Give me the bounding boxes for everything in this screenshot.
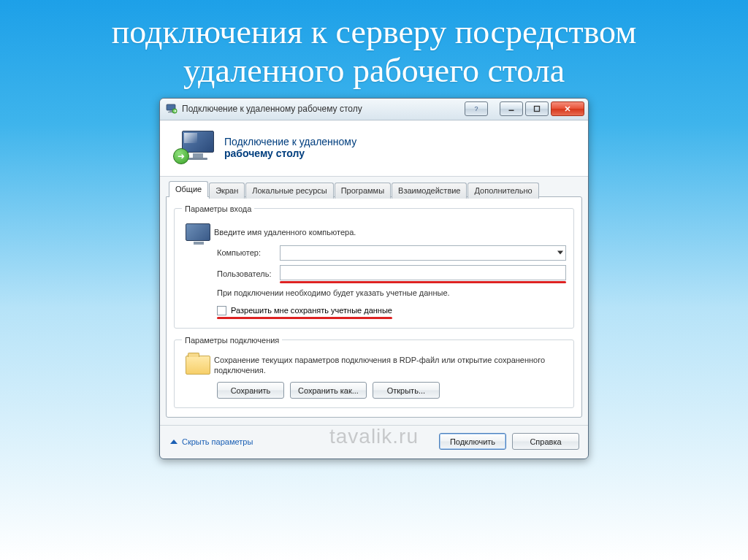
annotation-underline-user <box>280 281 566 283</box>
hide-options-label: Скрыть параметры <box>182 437 253 446</box>
window-title: Подключение к удаленному рабочему столу <box>182 104 465 114</box>
svg-rect-5 <box>509 110 514 112</box>
connection-settings-group: Параметры подключения Сохранение текущих… <box>174 336 574 409</box>
folder-icon <box>182 356 214 375</box>
dialog-footer: Скрыть параметры Подключить Справка <box>160 425 588 459</box>
header-line1: Подключение к удаленному <box>224 136 356 147</box>
minimize-button[interactable] <box>500 101 523 116</box>
tab-panel-general: Параметры входа Введите имя удаленного к… <box>166 196 582 418</box>
connect-button[interactable]: Подключить <box>439 433 506 450</box>
credentials-note: При подключении необходимо будет указать… <box>182 288 566 299</box>
tab-experience[interactable]: Взаимодействие <box>392 183 467 199</box>
hide-options-link[interactable]: Скрыть параметры <box>170 437 253 446</box>
save-button[interactable]: Сохранить <box>217 382 284 399</box>
svg-rect-6 <box>535 107 540 112</box>
connection-settings-note: Сохранение текущих параметров подключени… <box>214 355 566 377</box>
rdp-icon <box>166 103 178 115</box>
chevron-down-icon[interactable] <box>557 251 563 255</box>
tab-general[interactable]: Общие <box>169 181 208 197</box>
tab-local-resources[interactable]: Локальные ресурсы <box>245 183 333 199</box>
computer-input[interactable] <box>280 245 566 261</box>
logon-prompt: Введите имя удаленного компьютера. <box>214 228 566 237</box>
user-label: Пользователь: <box>214 269 280 278</box>
tab-programs[interactable]: Программы <box>335 183 391 199</box>
svg-text:?: ? <box>474 105 478 112</box>
help-button[interactable]: ? <box>465 101 488 116</box>
dialog-header: ➜ Подключение к удаленному рабочему стол… <box>160 120 588 177</box>
remote-desktop-icon: ➜ <box>173 131 214 164</box>
annotation-underline-checkbox <box>217 317 392 319</box>
logon-settings-legend: Параметры входа <box>182 204 254 213</box>
svg-rect-1 <box>169 110 172 112</box>
open-button[interactable]: Открыть... <box>373 382 440 399</box>
titlebar[interactable]: Подключение к удаленному рабочему столу … <box>160 99 588 120</box>
save-credentials-label: Разрешить мне сохранять учетные данные <box>231 306 392 315</box>
computer-icon <box>182 223 214 241</box>
slide-title: подключения к серверу посредством удален… <box>0 0 748 95</box>
tab-display[interactable]: Экран <box>209 183 245 199</box>
tab-advanced[interactable]: Дополнительно <box>468 183 538 199</box>
computer-label: Компьютер: <box>214 248 280 257</box>
chevron-up-icon <box>170 440 178 444</box>
header-line2: рабочему столу <box>224 147 356 159</box>
save-as-button[interactable]: Сохранить как... <box>290 382 367 399</box>
save-credentials-checkbox[interactable] <box>217 306 226 315</box>
help-footer-button[interactable]: Справка <box>512 433 579 450</box>
tab-strip: Общие Экран Локальные ресурсы Программы … <box>166 181 582 197</box>
connection-settings-legend: Параметры подключения <box>182 336 282 345</box>
user-input[interactable] <box>280 265 566 280</box>
rdp-dialog: Подключение к удаленному рабочему столу … <box>159 98 589 460</box>
logon-settings-group: Параметры входа Введите имя удаленного к… <box>174 204 574 329</box>
maximize-button[interactable] <box>525 101 549 116</box>
close-button[interactable] <box>551 101 584 116</box>
